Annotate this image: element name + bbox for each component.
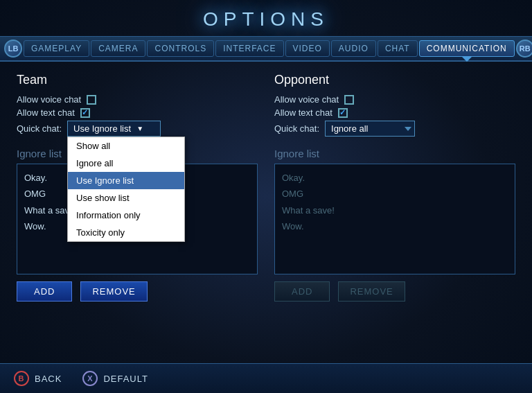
team-voice-chat-checkbox[interactable] bbox=[87, 95, 96, 105]
team-quick-chat-row: Quick chat: Use Ignore list ▼ Show all I… bbox=[17, 121, 258, 137]
team-text-chat-row: Allow text chat bbox=[17, 107, 258, 118]
team-quick-chat-value: Use Ignore list bbox=[73, 123, 131, 134]
opponent-ignore-list-label: Ignore list bbox=[274, 148, 515, 159]
team-option-ignore-all[interactable]: Ignore all bbox=[68, 155, 184, 172]
main-content: Team Allow voice chat Allow text chat Qu… bbox=[0, 62, 532, 313]
team-option-information-only[interactable]: Information only bbox=[68, 207, 184, 224]
team-text-chat-checkbox[interactable] bbox=[80, 108, 90, 118]
nav-bar: LB GAMEPLAY CAMERA CONTROLS INTERFACE VI… bbox=[0, 36, 532, 62]
opponent-ignore-item-1: OMG bbox=[282, 186, 508, 202]
team-quick-chat-selected[interactable]: Use Ignore list ▼ bbox=[67, 121, 161, 137]
back-b-icon: B bbox=[14, 371, 29, 386]
team-quick-chat-dropdown-container: Use Ignore list ▼ Show all Ignore all Us… bbox=[67, 121, 161, 137]
opponent-allow-text-label: Allow text chat bbox=[274, 107, 332, 118]
tab-audio[interactable]: AUDIO bbox=[331, 40, 376, 57]
opponent-quick-chat-label: Quick chat: bbox=[274, 123, 319, 134]
team-panel: Team Allow voice chat Allow text chat Qu… bbox=[17, 73, 258, 302]
opponent-dropdown-arrow-icon bbox=[405, 127, 411, 131]
default-x-icon: X bbox=[82, 371, 98, 386]
back-button-group[interactable]: B BACK bbox=[14, 371, 62, 386]
opponent-allow-voice-label: Allow voice chat bbox=[274, 94, 339, 105]
team-add-button[interactable]: ADD bbox=[17, 281, 72, 302]
team-allow-voice-label: Allow voice chat bbox=[17, 94, 81, 105]
team-voice-chat-row: Allow voice chat bbox=[17, 94, 258, 105]
tab-camera[interactable]: CAMERA bbox=[91, 40, 145, 57]
team-quick-chat-dropdown-list: Show all Ignore all Use Ignore list Use … bbox=[67, 137, 185, 242]
opponent-add-button[interactable]: ADD bbox=[274, 281, 330, 302]
page-title: OPTIONS bbox=[0, 0, 532, 36]
opponent-voice-chat-checkbox[interactable] bbox=[344, 95, 354, 105]
opponent-voice-chat-row: Allow voice chat bbox=[274, 94, 515, 105]
opponent-title: Opponent bbox=[274, 73, 515, 87]
opponent-remove-button[interactable]: REMOVE bbox=[338, 281, 405, 302]
team-quick-chat-label: Quick chat: bbox=[17, 123, 62, 134]
opponent-quick-chat-dropdown[interactable]: Ignore all bbox=[325, 121, 415, 137]
tab-communication[interactable]: COMMUNICATION bbox=[419, 40, 515, 57]
opponent-ignore-item-3: Wow. bbox=[282, 218, 508, 234]
team-dropdown-arrow-icon: ▼ bbox=[136, 125, 143, 132]
tab-controls[interactable]: CONTROLS bbox=[147, 40, 214, 57]
default-label: DEFAULT bbox=[103, 374, 148, 384]
team-remove-button[interactable]: REMOVE bbox=[80, 281, 147, 302]
opponent-text-chat-checkbox[interactable] bbox=[338, 108, 348, 118]
opponent-buttons-row: ADD REMOVE bbox=[274, 281, 515, 302]
team-allow-text-label: Allow text chat bbox=[17, 107, 75, 118]
team-option-use-ignore-list[interactable]: Use Ignore list bbox=[68, 172, 184, 189]
team-title: Team bbox=[17, 73, 258, 87]
opponent-ignore-item-2: What a save! bbox=[282, 202, 508, 218]
back-label: BACK bbox=[35, 374, 62, 384]
opponent-quick-chat-row: Quick chat: Ignore all bbox=[274, 121, 515, 137]
team-option-toxicity-only[interactable]: Toxicity only bbox=[68, 224, 184, 241]
tab-interface[interactable]: INTERFACE bbox=[215, 40, 283, 57]
tab-video[interactable]: VIDEO bbox=[285, 40, 330, 57]
opponent-dropdown-wrapper: Ignore all bbox=[325, 121, 415, 137]
team-option-show-all[interactable]: Show all bbox=[68, 137, 184, 155]
default-button-group[interactable]: X DEFAULT bbox=[82, 371, 148, 386]
opponent-quick-chat-value: Ignore all bbox=[331, 123, 368, 134]
nav-tabs: GAMEPLAY CAMERA CONTROLS INTERFACE VIDEO… bbox=[24, 40, 515, 57]
opponent-text-chat-row: Allow text chat bbox=[274, 107, 515, 118]
tab-gameplay[interactable]: GAMEPLAY bbox=[24, 40, 89, 57]
team-buttons-row: ADD REMOVE bbox=[17, 281, 258, 302]
bottom-bar: B BACK X DEFAULT bbox=[0, 363, 532, 393]
tab-chat[interactable]: CHAT bbox=[378, 40, 418, 57]
opponent-ignore-list-box: Okay. OMG What a save! Wow. bbox=[274, 164, 515, 274]
opponent-panel: Opponent Allow voice chat Allow text cha… bbox=[274, 73, 515, 302]
team-option-use-show-list[interactable]: Use show list bbox=[68, 189, 184, 207]
nav-lb-button[interactable]: LB bbox=[4, 40, 22, 58]
opponent-ignore-item-0: Okay. bbox=[282, 170, 508, 186]
nav-rb-button[interactable]: RB bbox=[516, 40, 532, 58]
